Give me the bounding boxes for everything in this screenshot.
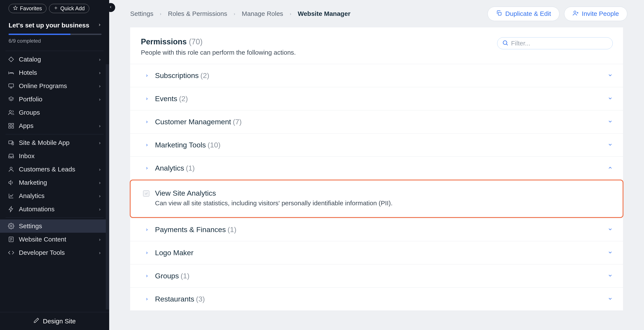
- sidebar-item-online-programs[interactable]: Online Programs: [0, 79, 109, 93]
- chevron-down-icon: [608, 227, 613, 233]
- sidebar-item-customers-leads[interactable]: Customers & Leads: [0, 163, 109, 176]
- filter-box[interactable]: [497, 37, 613, 49]
- sidebar-item-site-mobile-app[interactable]: Site & Mobile App: [0, 136, 109, 149]
- permission-group-customer-management[interactable]: Customer Management (7): [130, 110, 623, 133]
- chevron-down-icon: [608, 296, 613, 302]
- chevron-right-icon: [98, 205, 102, 213]
- sidebar-scrollbar[interactable]: [106, 64, 109, 309]
- chevron-right-icon: [98, 249, 102, 256]
- permission-group-marketing-tools[interactable]: Marketing Tools (10): [130, 133, 623, 156]
- permission-group-logo-maker[interactable]: Logo Maker: [130, 241, 623, 264]
- sidebar-item-label: Settings: [19, 222, 102, 230]
- group-title: Subscriptions: [155, 71, 199, 80]
- people-icon: [8, 166, 14, 173]
- svg-point-12: [574, 11, 576, 13]
- setup-block[interactable]: Let's set up your business 6/9 completed: [0, 17, 109, 49]
- collapse-sidebar-button[interactable]: [106, 3, 115, 12]
- group-count: (7): [233, 118, 242, 126]
- permissions-title-row: Permissions (70): [141, 37, 296, 46]
- chevron-right-icon: [98, 56, 102, 63]
- sidebar-item-developer-tools[interactable]: Developer Tools: [0, 246, 109, 259]
- quick-add-button[interactable]: Quick Add: [49, 4, 89, 13]
- star-icon: [13, 5, 18, 12]
- permission-item-description: Can view all site statistics, including …: [155, 199, 393, 207]
- permission-item-title: View Site Analytics: [155, 189, 393, 197]
- sidebar-item-label: Hotels: [19, 69, 94, 76]
- permission-group-analytics[interactable]: Analytics (1): [130, 156, 623, 180]
- chevron-right-icon: [98, 139, 102, 146]
- divider: [6, 217, 104, 218]
- checkbox-checked-disabled: [143, 190, 150, 197]
- megaphone-icon: [8, 179, 14, 186]
- chevron-right-icon: [98, 166, 102, 173]
- page-icon: [8, 236, 14, 243]
- filter-input[interactable]: [511, 40, 608, 47]
- sidebar-item-catalog[interactable]: Catalog: [0, 53, 109, 66]
- setup-progress-bar: [8, 34, 102, 35]
- sidebar-item-label: Marketing: [19, 179, 94, 186]
- sidebar-item-hotels[interactable]: Hotels: [0, 66, 109, 79]
- chart-icon: [8, 192, 14, 199]
- chevron-down-icon: [608, 273, 613, 279]
- sidebar-item-label: Developer Tools: [19, 249, 94, 256]
- duplicate-edit-button[interactable]: Duplicate & Edit: [488, 7, 559, 21]
- sidebar-item-automations[interactable]: Automations: [0, 202, 109, 216]
- sidebar-item-label: Online Programs: [19, 82, 94, 90]
- svg-point-8: [10, 167, 12, 169]
- sidebar-item-groups[interactable]: Groups: [0, 106, 109, 119]
- chevron-right-icon: [143, 251, 151, 255]
- permission-group-payments-finances[interactable]: Payments & Finances (1): [130, 218, 623, 241]
- device-icon: [8, 139, 14, 146]
- sidebar-item-inbox[interactable]: Inbox: [0, 149, 109, 163]
- chevron-right-icon: [98, 23, 102, 28]
- button-label: Invite People: [582, 10, 619, 17]
- sidebar-item-analytics[interactable]: Analytics: [0, 189, 109, 202]
- permission-group-groups[interactable]: Groups (1): [130, 264, 623, 287]
- chevron-left-icon: [109, 5, 112, 10]
- svg-rect-4: [9, 126, 11, 128]
- plus-icon: [54, 5, 58, 12]
- permission-group-subscriptions[interactable]: Subscriptions (2): [130, 64, 623, 87]
- sidebar-item-label: Site & Mobile App: [19, 139, 94, 146]
- sidebar-item-marketing[interactable]: Marketing: [0, 176, 109, 189]
- sidebar: Favorites Quick Add Let's set up your bu…: [0, 0, 109, 330]
- sidebar-item-label: Catalog: [19, 56, 94, 63]
- sidebar-item-settings[interactable]: Settings: [0, 219, 109, 233]
- chevron-right-icon: [98, 179, 102, 186]
- main: Settings Roles & Permissions Manage Role…: [109, 0, 644, 330]
- users-icon: [8, 109, 14, 116]
- group-count: (1): [186, 164, 195, 172]
- favorites-button[interactable]: Favorites: [8, 4, 46, 13]
- group-title: Payments & Finances: [155, 225, 226, 234]
- monitor-icon: [8, 83, 14, 89]
- bed-icon: [8, 69, 14, 76]
- chevron-right-icon: [143, 297, 151, 301]
- breadcrumb-item[interactable]: Manage Roles: [242, 10, 283, 17]
- sidebar-item-website-content[interactable]: Website Content: [0, 233, 109, 246]
- group-count: (2): [179, 95, 188, 103]
- group-title: Customer Management: [155, 118, 231, 126]
- divider: [6, 51, 104, 51]
- invite-people-button[interactable]: Invite People: [564, 7, 627, 21]
- svg-rect-0: [9, 84, 14, 87]
- bolt-icon: [8, 206, 14, 213]
- gear-icon: [8, 223, 14, 229]
- group-count: (3): [196, 295, 205, 303]
- permission-group-events[interactable]: Events (2): [130, 87, 623, 110]
- chevron-down-icon: [608, 250, 613, 256]
- permission-group-restaurants[interactable]: Restaurants (3): [130, 287, 623, 311]
- sidebar-item-apps[interactable]: Apps: [0, 119, 109, 132]
- chevron-right-icon: [143, 228, 151, 232]
- sidebar-item-label: Customers & Leads: [19, 166, 94, 173]
- breadcrumb-item[interactable]: Settings: [130, 10, 153, 17]
- group-count: (2): [200, 71, 210, 80]
- breadcrumb-item[interactable]: Roles & Permissions: [168, 10, 227, 17]
- setup-progress-text: 6/9 completed: [8, 38, 102, 44]
- sidebar-item-portfolio[interactable]: Portfolio: [0, 93, 109, 106]
- setup-title: Let's set up your business: [8, 22, 89, 29]
- chevron-right-icon: [98, 96, 102, 103]
- content: Permissions (70) People with this role c…: [109, 28, 644, 319]
- permissions-title: Permissions: [141, 37, 187, 46]
- design-site-button[interactable]: Design Site: [0, 312, 109, 330]
- breadcrumb: Settings Roles & Permissions Manage Role…: [130, 10, 485, 17]
